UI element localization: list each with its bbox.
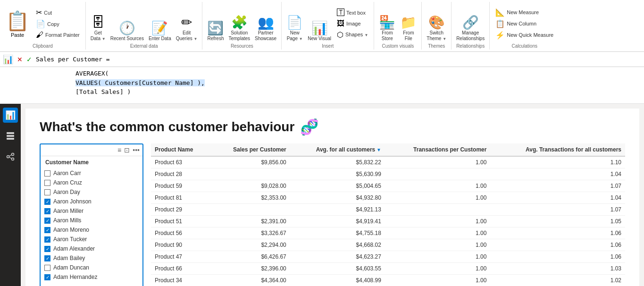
table-cell: 1.00 bbox=[385, 192, 490, 204]
get-data-icon: 🗄 bbox=[92, 16, 105, 29]
table-col-header[interactable]: Transactions per Customer bbox=[385, 143, 490, 156]
svg-rect-1 bbox=[7, 135, 14, 137]
table-cell: 1.07 bbox=[490, 180, 625, 192]
cancel-formula-button[interactable]: ✕ bbox=[17, 56, 23, 63]
table-cell: 1.04 bbox=[490, 192, 625, 204]
code-line-1: AVERAGEX( bbox=[75, 69, 639, 78]
cut-button[interactable]: ✂ Cut bbox=[33, 7, 83, 18]
sidebar-item-report[interactable]: 📊 bbox=[3, 108, 18, 123]
partner-showcase-button[interactable]: 👥 PartnerShowcase bbox=[253, 5, 278, 42]
new-measure-button[interactable]: 📐 New Measure bbox=[493, 7, 556, 18]
solution-templates-button[interactable]: 🧩 SolutionTemplates bbox=[226, 5, 252, 42]
recent-sources-icon: 🕐 bbox=[119, 22, 135, 35]
table-cell: Product 56 bbox=[151, 227, 211, 239]
left-sidebar: 📊 bbox=[0, 104, 21, 286]
svg-line-6 bbox=[9, 155, 12, 156]
from-store-button[interactable]: 🏪 FromStore bbox=[377, 5, 397, 42]
switch-theme-label: SwitchTheme ▼ bbox=[427, 30, 446, 42]
table-col-header[interactable]: Product Name bbox=[151, 143, 211, 156]
table-cell: Product 28 bbox=[151, 168, 211, 180]
slicer-more-icon[interactable]: ••• bbox=[133, 146, 140, 154]
slicer-item[interactable]: ✓Aaron Moreno bbox=[43, 225, 140, 235]
slicer-checkbox[interactable]: ✓ bbox=[44, 236, 50, 243]
slicer-item[interactable]: ✓Adam Hernandez bbox=[43, 272, 140, 282]
slicer-item[interactable]: Aaron Day bbox=[43, 187, 140, 197]
slicer-checkbox[interactable]: ✓ bbox=[44, 274, 50, 280]
slicer-item[interactable]: Aaron Cruz bbox=[43, 178, 140, 187]
confirm-formula-button[interactable]: ✓ bbox=[26, 56, 32, 63]
new-quick-measure-icon: ⚡ bbox=[495, 31, 505, 40]
canvas-row: ≡ ⊡ ••• Customer Name Aaron CarrAaron Cr… bbox=[40, 143, 625, 286]
table-col-header[interactable]: Sales per Customer bbox=[211, 143, 290, 156]
switch-theme-button[interactable]: 🎨 SwitchTheme ▼ bbox=[425, 5, 448, 42]
slicer-item[interactable]: ✓Aaron Mills bbox=[43, 216, 140, 225]
recent-sources-button[interactable]: 🕐 Recent Sources bbox=[109, 5, 146, 42]
copy-button[interactable]: 📄 Copy bbox=[33, 18, 83, 29]
refresh-button[interactable]: 🔄 Refresh bbox=[205, 5, 226, 42]
slicer-item[interactable]: ✓Aaron Tucker bbox=[43, 235, 140, 244]
new-visual-icon: 📊 bbox=[311, 22, 328, 35]
table-col-header[interactable]: Avg. for all customers ▼ bbox=[290, 143, 385, 156]
new-quick-measure-button[interactable]: ⚡ New Quick Measure bbox=[493, 30, 556, 41]
slicer-checkbox[interactable]: ✓ bbox=[44, 246, 50, 252]
format-painter-icon: 🖌 bbox=[36, 31, 43, 39]
slicer-item[interactable]: ✓Aaron Miller bbox=[43, 206, 140, 216]
slicer-checkbox[interactable] bbox=[44, 170, 50, 177]
slicer-item[interactable]: ✓Adam Bailey bbox=[43, 253, 140, 263]
slicer-item[interactable]: ✓Aaron Johnson bbox=[43, 197, 140, 206]
text-box-button[interactable]: 🅃 Text box bbox=[334, 8, 371, 18]
format-painter-button[interactable]: 🖌 Format Painter bbox=[33, 30, 83, 40]
svg-point-4 bbox=[12, 153, 14, 156]
slicer-checkbox[interactable] bbox=[44, 189, 50, 195]
get-data-button[interactable]: 🗄 GetData ▼ bbox=[89, 5, 108, 42]
slicer-item[interactable]: Aaron Carr bbox=[43, 168, 140, 178]
image-button[interactable]: 🖼 Image bbox=[334, 18, 371, 29]
manage-relationships-button[interactable]: 🔗 ManageRelationships bbox=[454, 5, 486, 42]
sidebar-item-model[interactable] bbox=[3, 149, 18, 164]
sidebar-item-data[interactable] bbox=[3, 128, 18, 143]
new-column-button[interactable]: 📋 New Column bbox=[493, 18, 556, 29]
slicer-checkbox[interactable]: ✓ bbox=[44, 218, 50, 224]
slicer-checkbox[interactable]: ✓ bbox=[44, 208, 50, 214]
edit-queries-label: EditQueries ▼ bbox=[176, 30, 198, 42]
table-cell: 1.00 bbox=[385, 263, 490, 275]
slicer-item[interactable]: ✓Adam Alexander bbox=[43, 244, 140, 253]
external-data-label: External data bbox=[130, 43, 158, 49]
table-cell: $5,004.65 bbox=[290, 180, 385, 192]
slicer-checkbox[interactable]: ✓ bbox=[44, 255, 50, 261]
table-cell: 1.10 bbox=[490, 156, 625, 168]
slicer-item[interactable]: Adam Duncan bbox=[43, 263, 140, 272]
table-cell: Product 29 bbox=[151, 204, 211, 216]
refresh-icon: 🔄 bbox=[207, 22, 224, 35]
table-cell: $9,856.00 bbox=[211, 156, 290, 168]
table-cell: $3,326.67 bbox=[211, 227, 290, 239]
table-col-header[interactable]: Avg. Transactions for all customers bbox=[490, 143, 625, 156]
slicer-checkbox[interactable] bbox=[44, 265, 50, 271]
edit-queries-button[interactable]: ✏ EditQueries ▼ bbox=[174, 5, 200, 42]
shapes-icon: ⬡ bbox=[337, 30, 343, 39]
svg-line-7 bbox=[9, 157, 12, 159]
table-cell: Product 47 bbox=[151, 251, 211, 263]
new-visual-button[interactable]: 📊 New Visual bbox=[306, 5, 333, 42]
table-cell: $4,408.99 bbox=[290, 275, 385, 286]
shapes-button[interactable]: ⬡ Shapes ▼ bbox=[334, 29, 371, 40]
table-row: Product 29$4,921.131.07 bbox=[151, 204, 625, 216]
slicer-checkbox[interactable]: ✓ bbox=[44, 199, 50, 205]
table-scroll[interactable]: Product NameSales per CustomerAvg. for a… bbox=[151, 143, 625, 286]
table-cell: $4,364.00 bbox=[211, 275, 290, 286]
new-page-button[interactable]: 📄 NewPage ▼ bbox=[284, 5, 305, 42]
slicer-checkbox[interactable]: ✓ bbox=[44, 227, 50, 233]
paste-button[interactable]: 📋 Paste bbox=[3, 5, 32, 42]
table-row: Product 56$3,326.67$4,755.181.001.06 bbox=[151, 227, 625, 239]
from-file-button[interactable]: 📁 FromFile bbox=[398, 5, 418, 42]
from-file-label: FromFile bbox=[403, 30, 414, 42]
slicer-checkbox[interactable] bbox=[44, 180, 50, 186]
text-box-label: Text box bbox=[346, 10, 366, 16]
table-cell: $4,603.55 bbox=[290, 263, 385, 275]
slicer-menu-icon: ≡ bbox=[117, 146, 121, 154]
main-canvas: What's the common customer behaviour 🧬 ≡… bbox=[21, 104, 644, 286]
slicer-expand-icon[interactable]: ⊡ bbox=[124, 146, 130, 154]
calculations-label: Calculations bbox=[511, 43, 537, 49]
enter-data-button[interactable]: 📝 Enter Data bbox=[147, 5, 173, 42]
svg-point-5 bbox=[12, 158, 14, 160]
